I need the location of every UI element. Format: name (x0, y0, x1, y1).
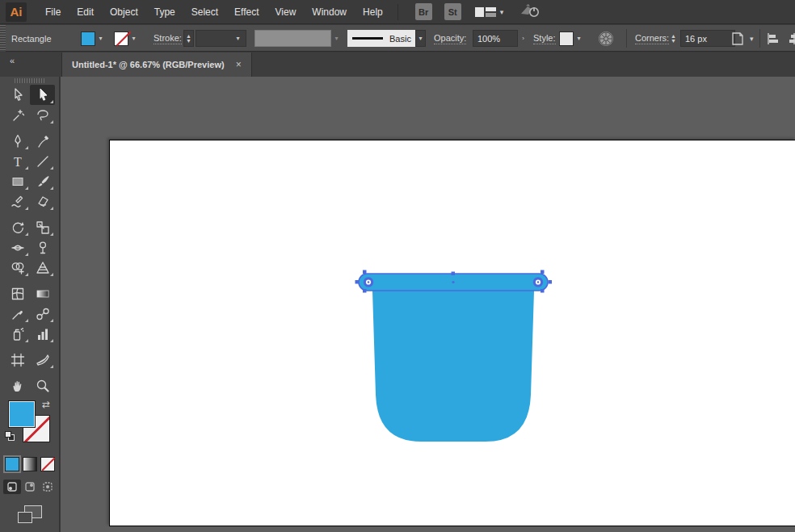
selection-type-label: Rectangle (11, 25, 52, 52)
tool-group-gap (5, 344, 55, 350)
svg-text:T: T (14, 154, 22, 168)
corners-stepper[interactable]: ▲▼ (668, 30, 679, 47)
gradient-button[interactable] (23, 457, 37, 471)
draw-behind-button[interactable] (21, 480, 39, 494)
corners-field[interactable]: 16 px (680, 30, 735, 47)
menu-file[interactable]: File (37, 0, 69, 24)
menu-select[interactable]: Select (183, 0, 226, 24)
draw-normal-button[interactable] (3, 480, 21, 494)
menu-window[interactable]: Window (304, 0, 355, 24)
tool-pen-icon[interactable] (5, 131, 30, 151)
stroke-color-swatch[interactable] (114, 31, 128, 46)
corners-label[interactable]: Corners: (635, 33, 669, 44)
brush-definition-box[interactable]: Basic (347, 30, 415, 47)
tool-blend-icon[interactable] (30, 304, 55, 324)
bridge-button[interactable]: Br (415, 3, 432, 20)
tool-rectangle-icon[interactable] (5, 171, 30, 191)
default-fill-stroke-icon[interactable] (5, 431, 15, 442)
opacity-field[interactable]: 100% (473, 30, 518, 47)
collapse-panels-icon[interactable]: « (10, 56, 14, 65)
shape-properties-icon[interactable]: ▾ (730, 25, 754, 52)
tool-group-gap (5, 212, 55, 217)
stroke-weight-stepper[interactable]: ▲▼ (183, 30, 194, 47)
menu-bar: Ai File Edit Object Type Select Effect V… (0, 0, 795, 24)
tool-curvature-icon[interactable] (30, 131, 55, 151)
chevron-down-icon[interactable]: ▾ (415, 30, 426, 47)
recolor-artwork-icon[interactable] (597, 25, 615, 52)
menu-items: File Edit Object Type Select Effect View… (37, 0, 391, 24)
brush-definition-value: Basic (389, 34, 411, 44)
tool-rotate-icon[interactable] (5, 217, 30, 237)
tool-direct-selection-icon[interactable] (30, 85, 55, 105)
tool-lasso-icon[interactable] (30, 105, 55, 125)
graphic-style-swatch[interactable] (559, 31, 574, 46)
graphic-style-label[interactable]: Style: (533, 33, 556, 44)
swap-fill-stroke-icon[interactable]: ⇄ (42, 399, 50, 410)
document-tab[interactable]: Untitled-1* @ 66.67% (RGB/Preview) × (61, 52, 252, 77)
color-button[interactable] (5, 457, 19, 471)
control-bar: Rectangle ▾ ▾ Stroke: ▲▼ ▾ ▾ Basic ▾ Opa… (0, 25, 795, 52)
workspace-switcher-icon[interactable]: ▾ (475, 6, 504, 19)
tool-shape-builder-icon[interactable] (5, 258, 30, 278)
tool-mesh-icon[interactable] (5, 283, 30, 304)
menu-object[interactable]: Object (102, 0, 146, 24)
tool-gradient-icon[interactable] (30, 283, 55, 304)
align-left-icon[interactable] (766, 25, 780, 52)
controlbar-separator (626, 29, 627, 48)
tool-artboard-icon[interactable] (5, 350, 30, 370)
stroke-weight-dropdown[interactable]: ▾ (196, 30, 246, 47)
chevron-down-icon: ▾ (233, 31, 243, 46)
chevron-down-icon: ▾ (750, 35, 754, 43)
chevron-down-icon: ▾ (331, 31, 342, 46)
align-center-icon[interactable] (787, 25, 795, 52)
chevron-down-icon: ▾ (500, 8, 504, 16)
tool-scale-icon[interactable] (30, 217, 55, 237)
chevron-down-icon[interactable]: ▾ (574, 31, 584, 46)
fill-color-swatch[interactable] (81, 31, 95, 46)
tool-line-segment-icon[interactable] (30, 151, 55, 171)
tool-hand-icon[interactable] (5, 375, 30, 396)
stock-button[interactable]: St (444, 3, 461, 20)
controlbar-grip[interactable] (0, 25, 6, 52)
toolbar-grip[interactable] (15, 78, 44, 83)
menu-type[interactable]: Type (146, 0, 183, 24)
chevron-down-icon[interactable]: ▾ (95, 31, 106, 46)
tool-eraser-icon[interactable] (30, 191, 55, 212)
fill-swatch[interactable] (8, 400, 36, 428)
tool-column-graph-icon[interactable] (30, 324, 55, 344)
tool-selection-icon[interactable] (5, 85, 30, 105)
menu-help[interactable]: Help (355, 0, 391, 24)
tool-puppet-warp-icon[interactable] (30, 237, 55, 258)
corner-widget-right[interactable] (533, 277, 543, 287)
tool-magic-wand-icon[interactable] (5, 105, 30, 125)
corner-widget-left[interactable] (364, 277, 373, 287)
controlbar-separator (759, 29, 760, 48)
stroke-weight-label[interactable]: Stroke: (154, 33, 182, 44)
tool-slice-icon[interactable] (30, 350, 55, 370)
tool-eyedropper-icon[interactable] (5, 304, 30, 324)
tool-symbol-sprayer-icon[interactable] (5, 324, 30, 344)
close-tab-icon[interactable]: × (236, 59, 242, 70)
fill-stroke-cluster: ⇄ (0, 400, 60, 449)
tool-paintbrush-icon[interactable] (30, 171, 55, 191)
tools-panel: T ⇄ (0, 77, 60, 532)
screen-mode-icon[interactable] (18, 505, 42, 525)
none-button[interactable] (40, 457, 55, 471)
canvas-pasteboard[interactable] (61, 77, 795, 532)
share-power-icon[interactable] (519, 2, 541, 22)
tool-shaper-icon[interactable] (5, 191, 30, 212)
menubar-separator (398, 4, 398, 20)
tool-zoom-icon[interactable] (30, 375, 55, 396)
menu-effect[interactable]: Effect (226, 0, 267, 24)
menu-view[interactable]: View (267, 0, 305, 24)
opacity-label[interactable]: Opacity: (434, 33, 466, 44)
color-mode-row (5, 457, 59, 471)
bucket-body-shape[interactable] (372, 291, 534, 442)
tool-type-icon[interactable]: T (5, 151, 30, 171)
draw-inside-button[interactable] (39, 480, 57, 494)
menu-edit[interactable]: Edit (69, 0, 102, 24)
chevron-right-icon[interactable]: › (518, 31, 528, 46)
drawing-modes-row (3, 480, 59, 494)
tool-perspective-grid-icon[interactable] (30, 258, 55, 278)
tool-width-icon[interactable] (5, 237, 30, 258)
